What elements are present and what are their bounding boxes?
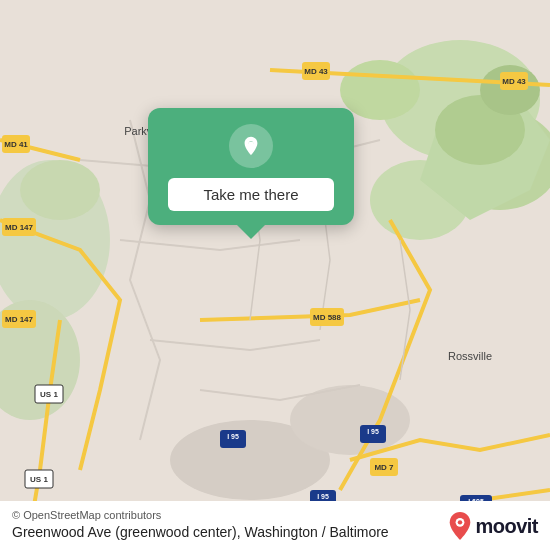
svg-text:MD 41: MD 41 [4, 140, 28, 149]
svg-text:MD 7: MD 7 [374, 463, 394, 472]
bottom-bar: © OpenStreetMap contributors Greenwood A… [0, 501, 550, 550]
location-pin-icon [240, 135, 262, 157]
svg-text:US 1: US 1 [40, 390, 58, 399]
svg-text:MD 43: MD 43 [304, 67, 328, 76]
svg-text:MD 147: MD 147 [5, 223, 34, 232]
svg-text:MD 588: MD 588 [313, 313, 342, 322]
svg-text:US 1: US 1 [30, 475, 48, 484]
moovit-text: moovit [475, 515, 538, 538]
svg-text:MD 147: MD 147 [5, 315, 34, 324]
svg-text:MD 43: MD 43 [502, 77, 526, 86]
location-icon-wrapper [229, 124, 273, 168]
take-me-there-button[interactable]: Take me there [168, 178, 334, 211]
svg-text:I 95: I 95 [367, 428, 379, 435]
moovit-pin-icon [449, 512, 471, 540]
moovit-logo: moovit [449, 512, 538, 540]
svg-text:I 95: I 95 [227, 433, 239, 440]
svg-text:I 95: I 95 [317, 493, 329, 500]
svg-point-12 [20, 160, 100, 220]
map-container: MD 43 MD 43 MD 41 MD 147 MD 147 US 1 US … [0, 0, 550, 550]
svg-text:Rossville: Rossville [448, 350, 492, 362]
svg-point-11 [340, 60, 420, 120]
svg-point-43 [458, 520, 462, 524]
popup-card: Take me there [148, 108, 354, 225]
